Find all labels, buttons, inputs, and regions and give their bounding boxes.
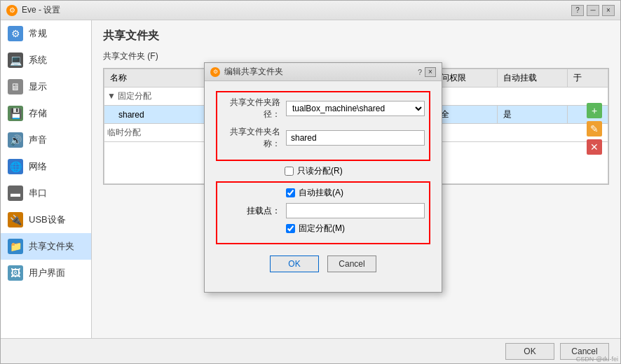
sidebar-item-network[interactable]: 🌐 网络 [1, 153, 91, 180]
name-row: 共享文件夹名称： [217, 126, 425, 150]
window-title: Eve - 设置 [22, 4, 60, 16]
dialog-close-button[interactable]: × [425, 67, 436, 77]
panel-subtitle: 共享文件夹 (F) [103, 50, 609, 62]
bottom-bar: OK Cancel [1, 338, 620, 363]
title-bar-left: ⚙ Eve - 设置 [6, 4, 60, 16]
close-button[interactable]: × [602, 5, 615, 16]
main-panel: 共享文件夹 共享文件夹 (F) 名称 路径 访问权限 自动挂载 于 [92, 20, 620, 338]
sidebar-item-usb[interactable]: 🔌 USB设备 [1, 206, 91, 233]
readonly-checkbox[interactable] [285, 167, 294, 176]
sidebar-item-serial[interactable]: ▬ 串口 [1, 180, 91, 206]
dialog-ok-button[interactable]: OK [270, 255, 319, 272]
mount-section: 自动挂载(A) 挂载点： 固定分配(M) [216, 181, 430, 244]
sidebar-label-shared: 共享文件夹 [29, 240, 74, 253]
sidebar-item-display[interactable]: 🖥 显示 [1, 74, 91, 100]
mount-point-input[interactable] [286, 203, 425, 218]
display-icon: 🖥 [8, 79, 23, 94]
dialog-controls: ? × [418, 67, 436, 77]
content-area: ⚙ 常规 💻 系统 🖥 显示 💾 存储 🔊 声音 🌐 网络 [1, 20, 620, 338]
auto-mount-row: 自动挂载(A) [217, 187, 425, 199]
main-window: ⚙ Eve - 设置 ? ─ × ⚙ 常规 💻 系统 🖥 显示 � [0, 0, 621, 364]
sidebar-item-system[interactable]: 💻 系统 [1, 47, 91, 74]
readonly-label: 只读分配(R) [297, 165, 343, 177]
path-label: 共享文件夹路径： [217, 97, 280, 120]
dialog-title-text: ⚙ 编辑共享文件夹 [210, 66, 283, 78]
dialog-footer: OK Cancel [216, 248, 430, 282]
mount-point-label: 挂载点： [217, 205, 280, 217]
sidebar: ⚙ 常规 💻 系统 🖥 显示 💾 存储 🔊 声音 🌐 网络 [1, 20, 92, 338]
sidebar-item-general[interactable]: ⚙ 常规 [1, 20, 91, 47]
auto-mount-label: 自动挂载(A) [299, 187, 343, 199]
side-icons: + ✎ ✕ [587, 103, 602, 155]
readonly-row: 只读分配(R) [216, 165, 430, 177]
dialog-title-bar: ⚙ 编辑共享文件夹 ? × [205, 63, 442, 81]
remove-folder-icon[interactable]: ✕ [587, 139, 602, 155]
fixed-row: 固定分配(M) [217, 223, 425, 234]
sidebar-item-sound[interactable]: 🔊 声音 [1, 127, 91, 153]
edit-dialog: ⚙ 编辑共享文件夹 ? × 共享文件夹路径： [204, 62, 442, 293]
dialog-help-button[interactable]: ? [418, 68, 422, 76]
sidebar-label-general: 常规 [29, 27, 47, 40]
mount-point-row: 挂载点： [217, 203, 425, 218]
title-bar-controls: ? ─ × [571, 5, 615, 16]
sidebar-label-system: 系统 [29, 54, 47, 66]
sidebar-item-ui[interactable]: 🖼 用户界面 [1, 260, 91, 286]
path-row: 共享文件夹路径： tualBox_machine\shared [217, 97, 425, 120]
fixed-label: 固定分配(M) [299, 223, 345, 234]
sidebar-label-network: 网络 [29, 160, 47, 173]
add-folder-icon[interactable]: + [587, 103, 602, 118]
usb-icon: 🔌 [8, 212, 23, 227]
dialog-title: 编辑共享文件夹 [224, 66, 283, 78]
panel-title: 共享文件夹 [103, 29, 609, 43]
ui-icon: 🖼 [8, 265, 23, 281]
help-button[interactable]: ? [571, 5, 584, 16]
path-select[interactable]: tualBox_machine\shared [286, 101, 425, 116]
col-auto-mount: 自动挂载 [497, 69, 568, 88]
sidebar-label-sound: 声音 [29, 134, 47, 146]
app-icon: ⚙ [6, 5, 18, 16]
group-label-fixed: ▼ 固定分配 [107, 91, 151, 101]
minimize-button[interactable]: ─ [587, 5, 599, 16]
dialog-icon: ⚙ [210, 67, 220, 77]
row-auto-mount-shared: 是 [497, 106, 568, 124]
watermark: CSDN-@du-fei [576, 356, 618, 363]
path-name-section: 共享文件夹路径： tualBox_machine\shared 共享文件夹名称： [216, 91, 430, 161]
name-label: 共享文件夹名称： [217, 126, 280, 150]
name-input[interactable] [286, 130, 425, 146]
auto-mount-checkbox[interactable] [286, 188, 295, 197]
dialog-body: 共享文件夹路径： tualBox_machine\shared 共享文件夹名称： [205, 81, 442, 292]
sidebar-label-ui: 用户界面 [29, 267, 65, 279]
sidebar-item-storage[interactable]: 💾 存储 [1, 100, 91, 127]
col-at: 于 [568, 69, 608, 88]
general-icon: ⚙ [8, 26, 23, 41]
sidebar-label-usb: USB设备 [29, 214, 66, 226]
network-icon: 🌐 [8, 159, 23, 174]
bottom-ok-button[interactable]: OK [505, 343, 554, 360]
shared-icon: 📁 [8, 239, 23, 254]
system-icon: 💻 [8, 52, 23, 68]
sidebar-label-display: 显示 [29, 80, 47, 93]
storage-icon: 💾 [8, 106, 23, 121]
fixed-checkbox[interactable] [286, 224, 295, 233]
serial-icon: ▬ [8, 186, 23, 201]
sound-icon: 🔊 [8, 132, 23, 148]
sidebar-item-shared[interactable]: 📁 共享文件夹 [1, 233, 91, 260]
sidebar-label-storage: 存储 [29, 107, 47, 120]
dialog-cancel-button[interactable]: Cancel [327, 255, 376, 272]
group-label-temp: 临时分配 [107, 127, 141, 137]
sidebar-label-serial: 串口 [29, 187, 47, 200]
title-bar: ⚙ Eve - 设置 ? ─ × [1, 1, 620, 20]
edit-folder-icon[interactable]: ✎ [587, 121, 602, 136]
